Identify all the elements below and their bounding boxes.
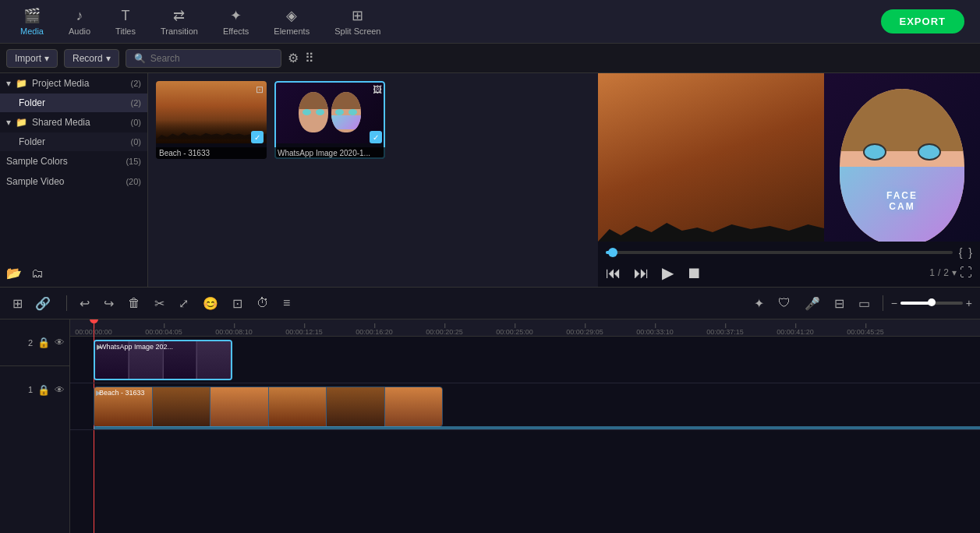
tab-effects-label: Effects	[223, 26, 249, 36]
record-chevron-icon: ▾	[106, 53, 111, 64]
shield-button[interactable]: 🛡	[773, 293, 795, 313]
total-pages: 2	[943, 267, 949, 278]
ruler-mark-7: 00:00:29:05	[566, 328, 603, 336]
elements-icon: ◈	[286, 7, 297, 24]
emoji-button[interactable]: 😊	[198, 293, 223, 314]
folder-shared-count: (0)	[131, 137, 141, 146]
avatar-eye-left	[863, 143, 886, 161]
play-button[interactable]: ▶	[662, 263, 674, 282]
track2-controls: 2 🔒 👁	[0, 319, 69, 366]
effects-icon: ✦	[230, 7, 242, 24]
timer-button[interactable]: ⏱	[252, 293, 274, 313]
track2-lock-button[interactable]: 🔒	[37, 337, 50, 348]
bracket-end-button[interactable]: }	[968, 246, 972, 259]
zoom-slider[interactable]	[900, 302, 963, 305]
search-box[interactable]: 🔍	[126, 49, 281, 68]
progress-track[interactable]	[606, 251, 953, 254]
add-track-button[interactable]: ⊞	[8, 294, 27, 313]
import-label: Import	[15, 53, 41, 64]
search-icon: 🔍	[134, 53, 146, 64]
avatar-hair	[840, 89, 964, 151]
new-folder-button[interactable]: 🗂	[31, 266, 44, 281]
timeline-tracks: ▶ WhatsApp Image 202... ▶ Beach - 31633	[70, 337, 980, 533]
project-media-label: Project Media	[32, 78, 89, 89]
beach-clip[interactable]: ▶ Beach - 31633	[94, 387, 443, 427]
avatar-body: FACECAM	[840, 167, 964, 242]
track1-label: 1	[28, 385, 33, 394]
tab-splitscreen[interactable]: ⊞ Split Screen	[324, 2, 391, 41]
cut-button[interactable]: ✂	[150, 293, 169, 314]
fullscreen-button[interactable]: ⛶	[960, 266, 972, 280]
shared-media-count: (0)	[131, 118, 141, 127]
sidebar-item-folder-shared[interactable]: Folder (0)	[0, 132, 147, 151]
zoom-fill	[900, 302, 932, 305]
current-page: 1	[929, 267, 935, 278]
track1-lock-button[interactable]: 🔒	[37, 384, 50, 396]
stop-button[interactable]: ⏹	[686, 264, 702, 282]
tab-titles-label: Titles	[115, 26, 136, 36]
redo-button[interactable]: ↪	[99, 293, 119, 314]
tab-titles[interactable]: T Titles	[104, 3, 147, 41]
caption-button[interactable]: ⊟	[830, 293, 849, 314]
link-track-button[interactable]: 🔗	[30, 294, 55, 313]
step-back-button[interactable]: ⏮	[606, 264, 621, 282]
divider-2	[883, 295, 883, 311]
frame-back-button[interactable]: ⏭	[634, 264, 649, 282]
preview-avatar-face: FACECAM	[840, 89, 964, 242]
progress-bar-row: { }	[606, 246, 972, 259]
tab-transition-label: Transition	[161, 26, 198, 36]
zoom-in-button[interactable]: +	[966, 297, 972, 309]
search-input[interactable]	[150, 53, 273, 64]
second-toolbar: Import ▾ Record ▾ 🔍 ⚙ ⠿	[0, 44, 980, 73]
magic-button[interactable]: ✦	[749, 293, 769, 314]
tab-transition[interactable]: ⇄ Transition	[150, 2, 209, 41]
record-label: Record	[73, 53, 103, 64]
undo-button[interactable]: ↩	[75, 293, 94, 314]
subtitle-button[interactable]: ▭	[854, 293, 875, 314]
tab-elements-label: Elements	[274, 26, 310, 36]
track2-eye-button[interactable]: 👁	[55, 337, 65, 348]
beach-label: Beach - 31633	[156, 147, 267, 159]
track1-row: ▶ Beach - 31633	[70, 383, 980, 430]
sample-video-label: Sample Video	[6, 176, 65, 187]
ruler-mark-2: 00:00:08:10	[215, 328, 253, 336]
sidebar-section-project-media[interactable]: ▾ 📁 Project Media (2)	[0, 73, 147, 94]
import-button[interactable]: Import ▾	[6, 49, 58, 68]
chevron-down-shared-icon: ▾	[6, 117, 11, 128]
zoom-out-button[interactable]: −	[891, 297, 897, 309]
settings-button[interactable]: ≡	[278, 293, 295, 313]
ruler-mark-0: 00:00:00:00	[75, 328, 112, 336]
toolbar-tabs: 🎬 Media ♪ Audio T Titles ⇄ Transition ✦ …	[9, 2, 391, 41]
media-item-whatsapp[interactable]: 🖼 ✓ WhatsApp Image 2020-1...	[274, 81, 385, 159]
export-button[interactable]: EXPORT	[881, 9, 964, 34]
tab-media[interactable]: 🎬 Media	[9, 2, 55, 41]
sidebar-item-sample-colors[interactable]: Sample Colors (15)	[0, 151, 147, 171]
tab-elements[interactable]: ◈ Elements	[263, 2, 320, 41]
delete-button[interactable]: 🗑	[123, 293, 145, 313]
ruler-mark-1: 00:00:04:05	[145, 328, 182, 336]
sidebar-section-shared-media[interactable]: ▾ 📁 Shared Media (0)	[0, 112, 147, 132]
chevron-down-icon: ▾	[6, 78, 11, 89]
mic-button[interactable]: 🎤	[800, 293, 825, 314]
whatsapp-clip[interactable]: ▶ WhatsApp Image 202...	[94, 340, 232, 380]
crop-button[interactable]: ⤢	[174, 293, 193, 314]
ruler-mark-11: 00:00:45:25	[847, 328, 884, 336]
whatsapp-label: WhatsApp Image 2020-1...	[274, 147, 385, 159]
sidebar-item-folder-proj[interactable]: Folder (2)	[0, 94, 147, 112]
filter-button[interactable]: ⚙	[288, 51, 299, 65]
tab-effects[interactable]: ✦ Effects	[212, 2, 260, 41]
tab-audio[interactable]: ♪ Audio	[58, 3, 101, 41]
bracket-start-button[interactable]: {	[959, 246, 963, 259]
record-button[interactable]: Record ▾	[64, 49, 119, 68]
grid-view-button[interactable]: ⠿	[305, 51, 314, 65]
track1-controls: 1 🔒 👁	[0, 366, 69, 413]
page-separator: /	[938, 267, 940, 278]
avatar-eye-right	[918, 143, 941, 161]
sidebar-item-sample-video[interactable]: Sample Video (20)	[0, 171, 147, 192]
track1-eye-button[interactable]: 👁	[55, 384, 65, 396]
ruler-mark-3: 00:00:12:15	[285, 328, 323, 336]
video-corner-icon: ⊡	[256, 84, 264, 95]
select-button[interactable]: ⊡	[228, 293, 247, 314]
media-item-beach[interactable]: ⊡ ✓ Beach - 31633	[156, 81, 267, 159]
add-folder-button[interactable]: 📂	[6, 266, 22, 281]
